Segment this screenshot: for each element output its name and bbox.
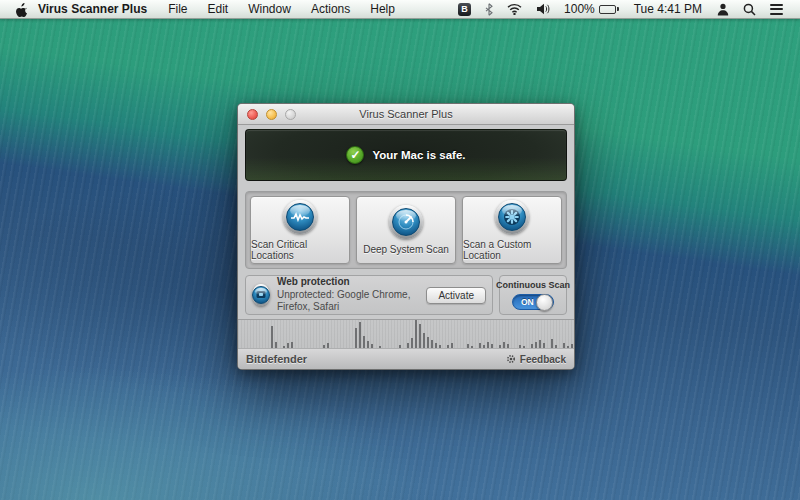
battery-percent-label: 100%: [564, 2, 599, 16]
waveform-scan-icon: [283, 200, 317, 234]
activity-bar: [467, 344, 469, 348]
activity-bar: [367, 341, 369, 348]
activity-bar: [535, 342, 537, 348]
activity-bar: [275, 342, 277, 348]
activity-bar: [523, 346, 525, 348]
activity-bar: [531, 344, 533, 348]
toggle-knob[interactable]: [536, 294, 553, 311]
menu-item-help[interactable]: Help: [360, 0, 405, 19]
activity-bar: [543, 343, 545, 348]
activity-bar: [447, 345, 449, 348]
toggle-on-label: ON: [521, 297, 534, 307]
activity-bar: [571, 344, 573, 348]
activity-bar: [435, 343, 437, 348]
web-protection-title: Web protection: [277, 276, 419, 289]
protection-row: Web protection Unprotected: Google Chrom…: [245, 275, 567, 315]
activity-bar: [471, 346, 473, 348]
apple-menu-icon[interactable]: [10, 2, 32, 17]
menu-item-window[interactable]: Window: [238, 0, 301, 19]
menu-item-edit[interactable]: Edit: [198, 0, 239, 19]
scan-custom-location-button[interactable]: Scan a Custom Location: [462, 196, 562, 264]
radar-scan-icon: [389, 205, 423, 239]
bluetooth-icon[interactable]: [478, 0, 500, 19]
window-title-bar[interactable]: Virus Scanner Plus: [238, 104, 574, 125]
status-banner: ✓ Your Mac is safe.: [245, 129, 567, 181]
activity-bar: [539, 340, 541, 348]
wifi-icon[interactable]: [500, 0, 529, 19]
volume-icon[interactable]: [529, 0, 557, 19]
scan-button-label: Scan Critical Locations: [251, 239, 349, 261]
activity-bar: [567, 346, 569, 348]
activity-bar: [491, 344, 493, 348]
activity-bar: [519, 345, 521, 348]
safe-check-icon: ✓: [346, 146, 364, 164]
activity-bar: [507, 344, 509, 348]
activate-button[interactable]: Activate: [426, 287, 486, 304]
activity-bar: [419, 324, 421, 348]
activity-bar: [411, 338, 413, 348]
activity-bar: [291, 342, 293, 348]
custom-location-scan-icon: [495, 200, 529, 234]
activity-bar: [379, 346, 381, 348]
activity-bar: [371, 344, 373, 348]
activity-bar: [431, 340, 433, 348]
activity-bar: [355, 328, 357, 348]
deep-system-scan-button[interactable]: Deep System Scan: [356, 196, 456, 264]
bitdefender-menu-icon[interactable]: B: [451, 0, 478, 19]
feedback-label: Feedback: [520, 354, 566, 365]
battery-status[interactable]: 100%: [557, 0, 626, 19]
activity-bar: [415, 320, 417, 348]
user-icon[interactable]: [710, 0, 736, 19]
activity-bar: [551, 339, 553, 348]
continuous-scan-toggle[interactable]: ON: [512, 294, 554, 310]
activity-bar: [283, 346, 285, 348]
activity-bar: [359, 322, 361, 348]
scan-buttons-tray: Scan Critical Locations Deep System Scan…: [245, 191, 567, 269]
activity-bar: [287, 343, 289, 348]
feedback-button[interactable]: Feedback: [506, 354, 566, 365]
web-protection-subtitle: Unprotected: Google Chrome, Firefox, Saf…: [277, 289, 419, 314]
feedback-gear-icon: [506, 354, 516, 364]
activity-bar: [363, 336, 365, 348]
activity-bar: [323, 345, 325, 348]
menu-app-name[interactable]: Virus Scanner Plus: [32, 0, 158, 19]
activity-bar: [327, 343, 329, 348]
activity-bar: [503, 342, 505, 348]
activity-bar: [563, 343, 565, 348]
menu-bar-clock[interactable]: Tue 4:41 PM: [626, 0, 710, 19]
window-title: Virus Scanner Plus: [238, 108, 574, 120]
battery-icon: [599, 5, 619, 14]
activity-bar: [555, 345, 557, 348]
activity-graph-bars: [239, 320, 573, 348]
scan-critical-locations-button[interactable]: Scan Critical Locations: [250, 196, 350, 264]
menu-item-actions[interactable]: Actions: [301, 0, 360, 19]
virus-scanner-plus-window: Virus Scanner Plus ✓ Your Mac is safe. S…: [237, 103, 575, 370]
scan-activity-graph: [238, 319, 574, 349]
window-footer: Bitdefender Feedback: [238, 349, 574, 369]
activity-bar: [487, 342, 489, 348]
activity-bar: [483, 345, 485, 348]
activity-bar: [427, 337, 429, 348]
menu-bar: Virus Scanner Plus File Edit Window Acti…: [0, 0, 800, 19]
activity-bar: [439, 345, 441, 348]
activity-bar: [451, 343, 453, 348]
web-protection-icon: [252, 284, 270, 306]
menu-bar-status-area: B 100% Tue 4:41 PM: [451, 0, 790, 19]
menu-item-file[interactable]: File: [158, 0, 197, 19]
activity-bar: [407, 343, 409, 348]
activity-bar: [271, 326, 273, 348]
continuous-scan-label: Continuous Scan: [496, 280, 570, 290]
spotlight-search-icon[interactable]: [736, 0, 763, 19]
scan-button-label: Deep System Scan: [363, 244, 449, 255]
scan-button-label: Scan a Custom Location: [463, 239, 561, 261]
activity-bar: [479, 343, 481, 348]
notification-center-icon[interactable]: [763, 0, 790, 19]
bitdefender-brand-label: Bitdefender: [246, 353, 307, 365]
activity-bar: [499, 345, 501, 348]
activity-bar: [423, 333, 425, 348]
web-protection-panel: Web protection Unprotected: Google Chrom…: [245, 275, 493, 315]
continuous-scan-panel: Continuous Scan ON: [499, 275, 567, 315]
activity-bar: [399, 345, 401, 348]
status-message: Your Mac is safe.: [372, 149, 465, 161]
